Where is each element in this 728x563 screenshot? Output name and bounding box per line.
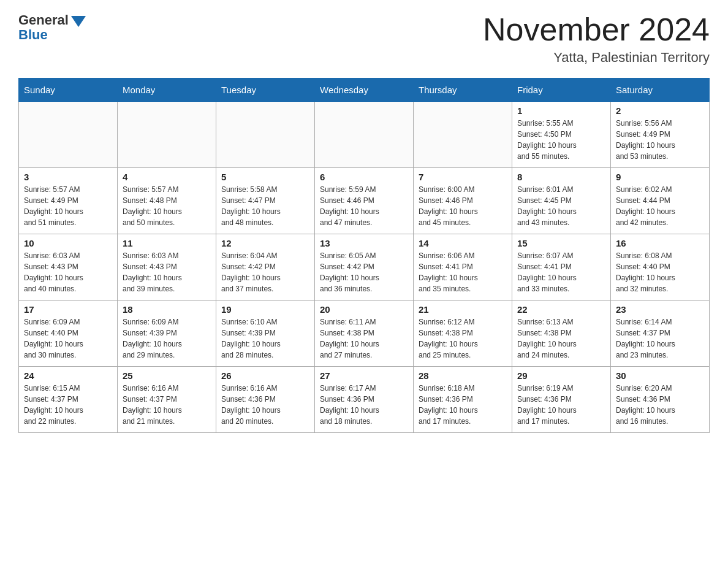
day-number: 16 — [616, 238, 704, 248]
day-number: 18 — [123, 304, 211, 315]
calendar-day-cell: 21Sunrise: 6:12 AM Sunset: 4:38 PM Dayli… — [414, 301, 512, 367]
day-info: Sunrise: 6:18 AM Sunset: 4:36 PM Dayligh… — [419, 383, 507, 427]
calendar-day-header: Thursday — [414, 79, 512, 102]
day-number: 1 — [517, 105, 605, 116]
calendar-day-cell: 23Sunrise: 6:14 AM Sunset: 4:37 PM Dayli… — [611, 301, 710, 367]
calendar-day-cell: 2Sunrise: 5:56 AM Sunset: 4:49 PM Daylig… — [611, 102, 710, 168]
calendar-day-cell: 29Sunrise: 6:19 AM Sunset: 4:36 PM Dayli… — [512, 367, 611, 433]
day-info: Sunrise: 6:11 AM Sunset: 4:38 PM Dayligh… — [320, 316, 408, 361]
day-info: Sunrise: 6:03 AM Sunset: 4:43 PM Dayligh… — [24, 250, 112, 294]
calendar-day-cell: 26Sunrise: 6:16 AM Sunset: 4:36 PM Dayli… — [216, 367, 315, 433]
calendar-table: SundayMondayTuesdayWednesdayThursdayFrid… — [18, 78, 710, 433]
calendar-header-row: SundayMondayTuesdayWednesdayThursdayFrid… — [19, 79, 710, 102]
calendar-day-cell: 28Sunrise: 6:18 AM Sunset: 4:36 PM Dayli… — [414, 367, 512, 433]
calendar-day-cell — [315, 102, 414, 168]
calendar-week-row: 1Sunrise: 5:55 AM Sunset: 4:50 PM Daylig… — [19, 102, 710, 168]
calendar-day-header: Sunday — [19, 79, 118, 102]
day-number: 27 — [320, 370, 408, 381]
calendar-day-cell: 1Sunrise: 5:55 AM Sunset: 4:50 PM Daylig… — [512, 102, 611, 168]
calendar-day-header: Monday — [118, 79, 216, 102]
day-info: Sunrise: 5:57 AM Sunset: 4:48 PM Dayligh… — [123, 184, 211, 228]
day-number: 7 — [419, 172, 507, 182]
calendar-day-cell — [19, 102, 118, 168]
day-number: 12 — [221, 238, 309, 248]
day-number: 13 — [320, 238, 408, 248]
calendar-day-header: Saturday — [611, 79, 710, 102]
day-number: 14 — [419, 238, 507, 248]
calendar-day-cell: 12Sunrise: 6:04 AM Sunset: 4:42 PM Dayli… — [216, 234, 315, 301]
day-number: 3 — [24, 172, 112, 182]
calendar-day-header: Tuesday — [216, 79, 315, 102]
day-info: Sunrise: 6:15 AM Sunset: 4:37 PM Dayligh… — [24, 383, 112, 427]
day-number: 5 — [221, 172, 309, 182]
day-info: Sunrise: 6:03 AM Sunset: 4:43 PM Dayligh… — [123, 250, 211, 294]
logo-arrow-icon — [71, 16, 86, 27]
day-number: 24 — [24, 370, 112, 381]
day-info: Sunrise: 6:07 AM Sunset: 4:41 PM Dayligh… — [517, 250, 605, 294]
calendar-day-header: Wednesday — [315, 79, 414, 102]
day-info: Sunrise: 6:02 AM Sunset: 4:44 PM Dayligh… — [616, 184, 704, 228]
day-number: 6 — [320, 172, 408, 182]
day-info: Sunrise: 5:56 AM Sunset: 4:49 PM Dayligh… — [616, 118, 704, 162]
calendar-day-cell: 6Sunrise: 5:59 AM Sunset: 4:46 PM Daylig… — [315, 168, 414, 234]
day-info: Sunrise: 6:13 AM Sunset: 4:38 PM Dayligh… — [517, 316, 605, 361]
day-info: Sunrise: 6:04 AM Sunset: 4:42 PM Dayligh… — [221, 250, 309, 294]
day-info: Sunrise: 5:59 AM Sunset: 4:46 PM Dayligh… — [320, 184, 408, 228]
day-info: Sunrise: 6:09 AM Sunset: 4:40 PM Dayligh… — [24, 316, 112, 361]
calendar-day-cell: 9Sunrise: 6:02 AM Sunset: 4:44 PM Daylig… — [611, 168, 710, 234]
month-title: November 2024 — [483, 12, 710, 47]
location-title: Yatta, Palestinian Territory — [483, 50, 710, 66]
page-header: General Blue November 2024 Yatta, Palest… — [18, 12, 710, 66]
logo: General Blue — [18, 12, 86, 43]
calendar-day-cell: 11Sunrise: 6:03 AM Sunset: 4:43 PM Dayli… — [118, 234, 216, 301]
calendar-day-cell — [118, 102, 216, 168]
calendar-day-cell: 27Sunrise: 6:17 AM Sunset: 4:36 PM Dayli… — [315, 367, 414, 433]
day-number: 10 — [24, 238, 112, 248]
day-info: Sunrise: 5:57 AM Sunset: 4:49 PM Dayligh… — [24, 184, 112, 228]
calendar-day-cell: 25Sunrise: 6:16 AM Sunset: 4:37 PM Dayli… — [118, 367, 216, 433]
day-number: 21 — [419, 304, 507, 315]
day-info: Sunrise: 6:06 AM Sunset: 4:41 PM Dayligh… — [419, 250, 507, 294]
day-number: 19 — [221, 304, 309, 315]
day-number: 28 — [419, 370, 507, 381]
day-number: 20 — [320, 304, 408, 315]
calendar-day-cell: 10Sunrise: 6:03 AM Sunset: 4:43 PM Dayli… — [19, 234, 118, 301]
day-info: Sunrise: 5:55 AM Sunset: 4:50 PM Dayligh… — [517, 118, 605, 162]
calendar-day-cell: 30Sunrise: 6:20 AM Sunset: 4:36 PM Dayli… — [611, 367, 710, 433]
calendar-day-cell: 5Sunrise: 5:58 AM Sunset: 4:47 PM Daylig… — [216, 168, 315, 234]
logo-top: General — [18, 12, 86, 28]
day-number: 29 — [517, 370, 605, 381]
day-number: 30 — [616, 370, 704, 381]
title-block: November 2024 Yatta, Palestinian Territo… — [483, 12, 710, 66]
calendar-day-cell — [216, 102, 315, 168]
day-number: 25 — [123, 370, 211, 381]
day-number: 11 — [123, 238, 211, 248]
day-number: 15 — [517, 238, 605, 248]
day-info: Sunrise: 6:20 AM Sunset: 4:36 PM Dayligh… — [616, 383, 704, 427]
calendar-day-header: Friday — [512, 79, 611, 102]
calendar-day-cell: 22Sunrise: 6:13 AM Sunset: 4:38 PM Dayli… — [512, 301, 611, 367]
day-info: Sunrise: 6:00 AM Sunset: 4:46 PM Dayligh… — [419, 184, 507, 228]
day-info: Sunrise: 6:01 AM Sunset: 4:45 PM Dayligh… — [517, 184, 605, 228]
day-info: Sunrise: 6:17 AM Sunset: 4:36 PM Dayligh… — [320, 383, 408, 427]
logo-general-text: General — [18, 12, 69, 28]
calendar-day-cell: 7Sunrise: 6:00 AM Sunset: 4:46 PM Daylig… — [414, 168, 512, 234]
calendar-day-cell: 15Sunrise: 6:07 AM Sunset: 4:41 PM Dayli… — [512, 234, 611, 301]
day-info: Sunrise: 6:14 AM Sunset: 4:37 PM Dayligh… — [616, 316, 704, 361]
day-info: Sunrise: 6:12 AM Sunset: 4:38 PM Dayligh… — [419, 316, 507, 361]
day-info: Sunrise: 6:16 AM Sunset: 4:36 PM Dayligh… — [221, 383, 309, 427]
day-number: 26 — [221, 370, 309, 381]
day-info: Sunrise: 6:19 AM Sunset: 4:36 PM Dayligh… — [517, 383, 605, 427]
logo-blue-text: Blue — [18, 27, 48, 43]
calendar-day-cell: 13Sunrise: 6:05 AM Sunset: 4:42 PM Dayli… — [315, 234, 414, 301]
day-number: 2 — [616, 105, 704, 116]
calendar-day-cell: 8Sunrise: 6:01 AM Sunset: 4:45 PM Daylig… — [512, 168, 611, 234]
day-number: 4 — [123, 172, 211, 182]
calendar-week-row: 10Sunrise: 6:03 AM Sunset: 4:43 PM Dayli… — [19, 234, 710, 301]
day-info: Sunrise: 6:09 AM Sunset: 4:39 PM Dayligh… — [123, 316, 211, 361]
calendar-week-row: 17Sunrise: 6:09 AM Sunset: 4:40 PM Dayli… — [19, 301, 710, 367]
calendar-day-cell: 17Sunrise: 6:09 AM Sunset: 4:40 PM Dayli… — [19, 301, 118, 367]
calendar-day-cell: 3Sunrise: 5:57 AM Sunset: 4:49 PM Daylig… — [19, 168, 118, 234]
calendar-week-row: 24Sunrise: 6:15 AM Sunset: 4:37 PM Dayli… — [19, 367, 710, 433]
calendar-day-cell: 16Sunrise: 6:08 AM Sunset: 4:40 PM Dayli… — [611, 234, 710, 301]
